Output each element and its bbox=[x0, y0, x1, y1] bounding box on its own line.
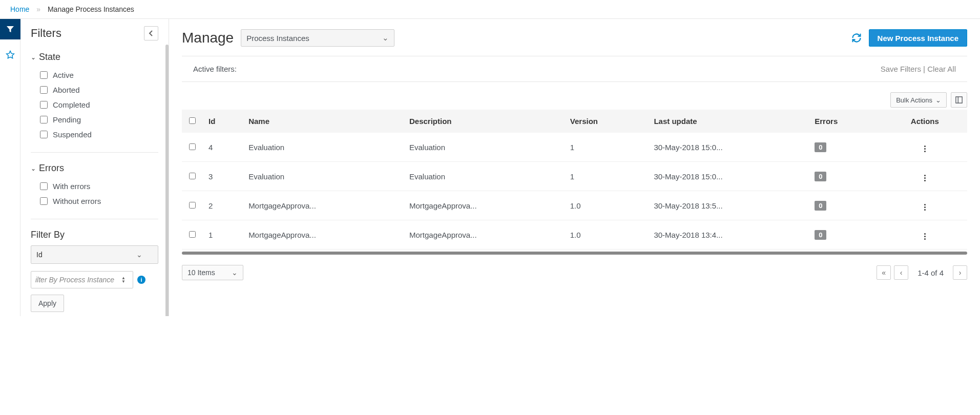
error-badge: 0 bbox=[815, 201, 826, 211]
error-badge: 0 bbox=[815, 172, 826, 181]
active-filters-label: Active filters: bbox=[193, 65, 237, 73]
columns-button[interactable] bbox=[951, 92, 967, 108]
col-id[interactable]: Id bbox=[202, 110, 242, 133]
cell-errors: 0 bbox=[808, 162, 882, 191]
row-checkbox[interactable] bbox=[189, 173, 196, 179]
row-actions-menu[interactable] bbox=[922, 231, 928, 242]
divider bbox=[31, 152, 158, 153]
col-version[interactable]: Version bbox=[564, 110, 648, 133]
cell-name: Evaluation bbox=[242, 133, 403, 162]
cell-name: Evaluation bbox=[242, 162, 403, 191]
col-description[interactable]: Description bbox=[403, 110, 564, 133]
type-select[interactable]: Process Instances ⌄ bbox=[241, 29, 394, 47]
star-icon[interactable] bbox=[0, 45, 20, 65]
filter-by-title: Filter By bbox=[31, 230, 158, 245]
chevron-down-icon: ⌄ bbox=[382, 33, 389, 43]
main-content: Manage Process Instances ⌄ New Process I… bbox=[169, 19, 980, 316]
cell-name: MortgageApprova... bbox=[242, 220, 403, 250]
cell-name: MortgageApprova... bbox=[242, 191, 403, 220]
cell-last-update: 30-May-2018 13:4... bbox=[648, 220, 808, 250]
state-suspended-checkbox[interactable] bbox=[40, 131, 48, 138]
pager-first-button[interactable]: « bbox=[877, 265, 891, 280]
sidebar-title: Filters bbox=[31, 27, 61, 40]
col-last-update[interactable]: Last update bbox=[648, 110, 808, 133]
state-pending-label: Pending bbox=[53, 115, 81, 124]
svg-rect-1 bbox=[956, 97, 962, 103]
select-all-checkbox[interactable] bbox=[189, 117, 196, 124]
chevron-down-icon: ⌄ bbox=[136, 251, 142, 259]
state-active-label: Active bbox=[53, 71, 74, 79]
table-row[interactable]: 2MortgageApprova...MortgageApprova...1.0… bbox=[182, 191, 967, 220]
cell-description: MortgageApprova... bbox=[403, 191, 564, 220]
cell-errors: 0 bbox=[808, 220, 882, 250]
filter-group-errors-header[interactable]: ⌄Errors bbox=[31, 163, 158, 174]
clear-all-button[interactable]: Clear All bbox=[927, 65, 956, 73]
cell-description: Evaluation bbox=[403, 162, 564, 191]
cell-id: 2 bbox=[202, 191, 242, 220]
info-icon[interactable]: i bbox=[137, 276, 145, 284]
errors-with-checkbox[interactable] bbox=[40, 182, 48, 190]
cell-last-update: 30-May-2018 13:5... bbox=[648, 191, 808, 220]
col-errors[interactable]: Errors bbox=[808, 110, 882, 133]
cell-errors: 0 bbox=[808, 133, 882, 162]
spinner-icon[interactable]: ▲▼ bbox=[121, 276, 129, 283]
process-instances-table: Id Name Description Version Last update … bbox=[182, 110, 967, 250]
filter-by-select[interactable]: Id ⌄ bbox=[31, 245, 158, 264]
svg-marker-0 bbox=[6, 51, 14, 58]
table-row[interactable]: 1MortgageApprova...MortgageApprova...1.0… bbox=[182, 220, 967, 250]
cell-version: 1 bbox=[564, 162, 648, 191]
pager-next-button[interactable]: › bbox=[953, 265, 967, 280]
page-size-select[interactable]: 10 Items ⌄ bbox=[182, 265, 243, 280]
chevron-down-icon: ⌄ bbox=[31, 165, 36, 172]
state-completed-checkbox[interactable] bbox=[40, 101, 48, 109]
cell-description: Evaluation bbox=[403, 133, 564, 162]
row-actions-menu[interactable] bbox=[922, 202, 928, 213]
error-badge: 0 bbox=[815, 142, 826, 152]
filter-group-errors: ⌄Errors With errors Without errors bbox=[20, 159, 169, 213]
col-actions: Actions bbox=[883, 110, 967, 133]
row-actions-menu[interactable] bbox=[922, 143, 928, 154]
type-selected: Process Instances bbox=[246, 34, 309, 43]
row-checkbox[interactable] bbox=[189, 143, 196, 150]
refresh-icon[interactable] bbox=[851, 33, 862, 43]
chevron-down-icon: ⌄ bbox=[31, 54, 36, 61]
row-actions-menu[interactable] bbox=[922, 173, 928, 183]
cell-version: 1.0 bbox=[564, 191, 648, 220]
state-aborted-checkbox[interactable] bbox=[40, 86, 48, 94]
row-checkbox[interactable] bbox=[189, 231, 196, 238]
filter-by-selected: Id bbox=[36, 251, 43, 259]
filter-by-input[interactable]: ilter By Process Instance ▲▼ bbox=[31, 271, 133, 288]
apply-button[interactable]: Apply bbox=[31, 295, 64, 312]
cell-id: 3 bbox=[202, 162, 242, 191]
cell-description: MortgageApprova... bbox=[403, 220, 564, 250]
cell-last-update: 30-May-2018 15:0... bbox=[648, 133, 808, 162]
cell-version: 1 bbox=[564, 133, 648, 162]
errors-without-checkbox[interactable] bbox=[40, 197, 48, 205]
divider bbox=[31, 219, 158, 219]
col-name[interactable]: Name bbox=[242, 110, 403, 133]
collapse-sidebar-button[interactable] bbox=[144, 26, 158, 40]
save-filters-button[interactable]: Save Filters bbox=[881, 65, 921, 73]
state-pending-checkbox[interactable] bbox=[40, 116, 48, 123]
breadcrumb-home-link[interactable]: Home bbox=[10, 5, 29, 13]
cell-id: 4 bbox=[202, 133, 242, 162]
horizontal-scrollbar[interactable] bbox=[182, 252, 967, 255]
bulk-actions-button[interactable]: Bulk Actions ⌄ bbox=[890, 92, 947, 108]
table-row[interactable]: 3EvaluationEvaluation130-May-2018 15:0..… bbox=[182, 162, 967, 191]
state-aborted-label: Aborted bbox=[53, 86, 80, 94]
filter-group-state-header[interactable]: ⌄State bbox=[31, 52, 158, 63]
error-badge: 0 bbox=[815, 230, 826, 240]
filter-icon[interactable] bbox=[0, 19, 20, 39]
state-active-checkbox[interactable] bbox=[40, 71, 48, 79]
errors-with-label: With errors bbox=[53, 182, 90, 191]
pager-prev-button[interactable]: ‹ bbox=[894, 265, 908, 280]
separator: | bbox=[923, 65, 927, 73]
breadcrumb-separator: » bbox=[36, 5, 40, 13]
errors-without-label: Without errors bbox=[53, 197, 101, 205]
new-process-instance-button[interactable]: New Process Instance bbox=[869, 29, 967, 47]
breadcrumb-current: Manage Process Instances bbox=[48, 5, 134, 13]
cell-version: 1.0 bbox=[564, 220, 648, 250]
row-checkbox[interactable] bbox=[189, 202, 196, 209]
sidebar: Filters ⌄State Active Aborted Completed … bbox=[20, 19, 169, 316]
table-row[interactable]: 4EvaluationEvaluation130-May-2018 15:0..… bbox=[182, 133, 967, 162]
